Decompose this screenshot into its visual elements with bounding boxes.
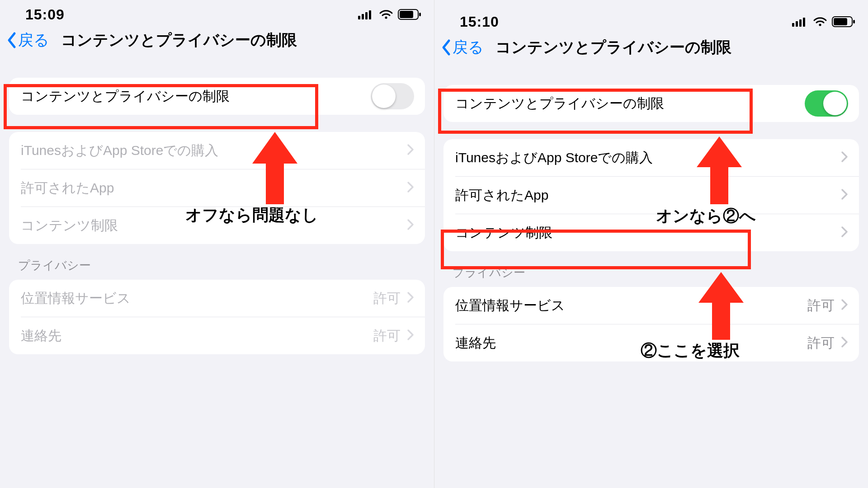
toggle-group: コンテンツとプライバシーの制限	[443, 85, 859, 122]
back-label: 戻る	[18, 30, 49, 51]
back-label: 戻る	[453, 37, 484, 58]
row-contacts[interactable]: 連絡先 許可	[9, 317, 425, 354]
chevron-right-icon	[407, 181, 414, 195]
row-label: 許可されたApp	[455, 186, 548, 205]
nav-bar: 戻る コンテンツとプライバシーの制限	[434, 33, 868, 68]
content-restrictions-toggle-row[interactable]: コンテンツとプライバシーの制限	[443, 85, 859, 122]
svg-rect-1	[362, 14, 364, 19]
row-itunes-purchases[interactable]: iTunesおよびApp Storeでの購入	[9, 132, 425, 169]
settings-group-2: 位置情報サービス 許可 連絡先 許可	[9, 280, 425, 354]
chevron-right-icon	[841, 336, 848, 350]
svg-rect-6	[400, 11, 413, 18]
privacy-section-header: プライバシー	[434, 251, 868, 287]
row-value: 許可	[373, 327, 401, 345]
chevron-right-icon	[407, 291, 414, 305]
status-bar: 15:09	[0, 0, 434, 26]
toggle-label: コンテンツとプライバシーの制限	[455, 94, 664, 113]
row-value: 許可	[373, 289, 401, 308]
page-title: コンテンツとプライバシーの制限	[484, 37, 859, 58]
row-location-services[interactable]: 位置情報サービス 許可	[443, 287, 859, 324]
content-restrictions-toggle[interactable]	[371, 83, 414, 109]
content-restrictions-toggle[interactable]	[805, 90, 848, 117]
row-label: iTunesおよびApp Storeでの購入	[455, 149, 653, 167]
status-bar: 15:10	[434, 7, 868, 33]
svg-rect-7	[419, 13, 421, 16]
row-label: 許可されたApp	[21, 179, 114, 197]
status-time: 15:10	[460, 14, 499, 30]
chevron-right-icon	[407, 329, 414, 343]
chevron-left-icon	[6, 32, 17, 49]
status-time: 15:09	[25, 6, 65, 23]
row-value: 許可	[807, 296, 835, 315]
row-location-services[interactable]: 位置情報サービス 許可	[9, 280, 425, 317]
svg-point-13	[819, 23, 821, 26]
status-icons	[792, 16, 855, 27]
row-label: 位置情報サービス	[455, 296, 565, 315]
row-label: 連絡先	[455, 334, 496, 352]
row-allowed-apps[interactable]: 許可されたApp	[9, 169, 425, 206]
row-label: 位置情報サービス	[21, 289, 131, 308]
battery-icon	[398, 9, 421, 20]
chevron-right-icon	[841, 299, 848, 312]
row-content-restrictions[interactable]: コンテンツ制限	[9, 207, 425, 244]
toggle-group: コンテンツとプライバシーの制限	[9, 78, 425, 115]
page-title: コンテンツとプライバシーの制限	[49, 30, 425, 51]
settings-group-1: iTunesおよびApp Storeでの購入 許可されたApp コンテンツ制限	[443, 139, 859, 251]
back-button[interactable]: 戻る	[6, 30, 49, 51]
row-label: コンテンツ制限	[455, 224, 552, 242]
back-button[interactable]: 戻る	[441, 37, 484, 58]
svg-rect-2	[365, 12, 368, 19]
screenshot-left: 15:09 戻る コンテンツとプライバシーの制限	[0, 0, 434, 488]
svg-rect-16	[853, 20, 855, 23]
cellular-icon	[792, 17, 808, 27]
svg-rect-15	[834, 18, 847, 25]
row-content-restrictions[interactable]: コンテンツ制限	[443, 214, 859, 251]
nav-bar: 戻る コンテンツとプライバシーの制限	[0, 26, 434, 61]
content-restrictions-toggle-row[interactable]: コンテンツとプライバシーの制限	[9, 78, 425, 115]
wifi-icon	[813, 17, 827, 27]
chevron-right-icon	[841, 188, 848, 202]
row-value: 許可	[807, 334, 835, 352]
chevron-right-icon	[841, 151, 848, 164]
toggle-label: コンテンツとプライバシーの制限	[21, 87, 230, 106]
svg-rect-0	[358, 16, 360, 19]
chevron-right-icon	[407, 219, 414, 232]
row-allowed-apps[interactable]: 許可されたApp	[443, 177, 859, 214]
row-label: 連絡先	[21, 327, 61, 345]
battery-icon	[832, 16, 855, 27]
svg-rect-10	[796, 21, 798, 27]
svg-rect-3	[369, 10, 371, 19]
screenshot-right: 15:10 戻る コンテンツとプライバシーの制限	[434, 0, 868, 488]
svg-rect-12	[803, 18, 805, 27]
privacy-section-header: プライバシー	[0, 244, 434, 280]
row-itunes-purchases[interactable]: iTunesおよびApp Storeでの購入	[443, 139, 859, 176]
settings-group-2: 位置情報サービス 許可 連絡先 許可	[443, 287, 859, 361]
svg-point-4	[385, 16, 387, 19]
row-contacts[interactable]: 連絡先 許可	[443, 324, 859, 361]
svg-rect-9	[792, 23, 794, 27]
row-label: コンテンツ制限	[21, 216, 118, 235]
cellular-icon	[358, 9, 374, 19]
chevron-left-icon	[441, 39, 452, 56]
chevron-right-icon	[841, 226, 848, 239]
chevron-right-icon	[407, 144, 414, 157]
wifi-icon	[379, 9, 393, 19]
svg-rect-11	[799, 19, 802, 27]
settings-group-1: iTunesおよびApp Storeでの購入 許可されたApp コンテンツ制限	[9, 132, 425, 244]
row-label: iTunesおよびApp Storeでの購入	[21, 141, 218, 160]
status-icons	[358, 9, 421, 20]
